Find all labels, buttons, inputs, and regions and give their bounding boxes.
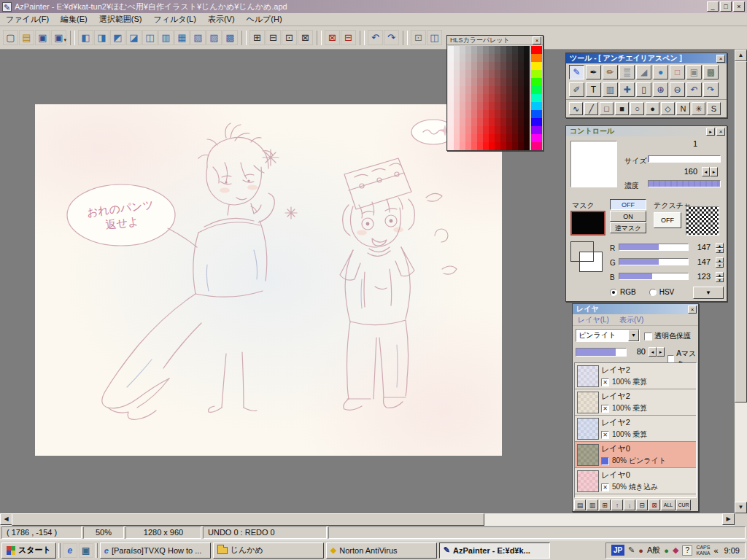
palette-color-swatch[interactable] (448, 78, 454, 86)
task-norton-button[interactable]: ◆Norton AntiVirus (326, 542, 437, 559)
toggle-palette-window-icon[interactable]: ◪ (126, 30, 142, 45)
vertical-scroll-thumb[interactable] (735, 61, 747, 402)
palette-color-swatch[interactable] (489, 54, 495, 62)
palette-color-swatch[interactable] (448, 118, 454, 126)
spline-shape-icon[interactable]: S (707, 102, 721, 115)
layer-row[interactable]: レイヤ2✕100% 乗算 (575, 389, 696, 416)
color-mode-dropdown[interactable]: ▼ (693, 287, 724, 299)
blur-tool-icon[interactable]: ◢ (636, 65, 651, 79)
hue-swatch[interactable] (531, 46, 542, 54)
show-all-layers-button[interactable]: ALL (661, 499, 676, 510)
b-spinner[interactable]: ▲▼ (716, 272, 724, 282)
toggle-layer-window-icon[interactable]: ◩ (110, 30, 125, 45)
menu-help[interactable]: ヘルプ(H) (241, 14, 288, 25)
menu-select[interactable]: 選択範囲(S) (93, 14, 148, 25)
palette-color-swatch[interactable] (471, 54, 477, 62)
palette-color-swatch[interactable] (524, 142, 530, 150)
palette-color-swatch[interactable] (477, 62, 483, 70)
hsv-radio[interactable]: HSV (649, 288, 675, 296)
ime-help-icon[interactable]: ? (682, 545, 692, 556)
palette-color-swatch[interactable] (465, 46, 471, 54)
palette-color-swatch[interactable] (512, 46, 518, 54)
palette-color-swatch[interactable] (454, 118, 460, 126)
palette-color-swatch[interactable] (518, 86, 524, 94)
eraser-tool-icon[interactable]: □ (670, 65, 685, 79)
palette-color-swatch[interactable] (500, 62, 506, 70)
rect-eraser-tool-icon[interactable]: ▣ (686, 65, 702, 79)
palette-color-swatch[interactable] (483, 142, 489, 150)
palette-color-swatch[interactable] (512, 62, 518, 70)
undo-tool-icon[interactable]: ↶ (686, 82, 702, 97)
layer-visible-checkbox[interactable]: ✕ (601, 405, 609, 413)
palette-color-swatch[interactable] (477, 102, 483, 110)
layer-row[interactable]: レイヤ2✕100% 乗算 (575, 416, 696, 442)
palette-color-swatch[interactable] (512, 54, 518, 62)
open-file-icon[interactable]: ▤ (19, 30, 34, 45)
palette-color-swatch[interactable] (495, 134, 500, 142)
pen-input-icon[interactable]: ✎ (628, 545, 635, 555)
palette-title-bar[interactable]: HLSカラーパレット × (447, 36, 543, 45)
palette-color-swatch[interactable] (460, 102, 465, 110)
palette-color-swatch[interactable] (489, 110, 495, 118)
palette-color-swatch[interactable] (454, 94, 460, 102)
menu-edit[interactable]: 編集(E) (55, 14, 93, 25)
palette-color-swatch[interactable] (506, 46, 512, 54)
scroll-left-button[interactable]: ◀ (0, 513, 12, 525)
palette-color-swatch[interactable] (465, 142, 471, 150)
palette-color-swatch[interactable] (524, 62, 530, 70)
close-button[interactable]: × (733, 1, 745, 12)
palette-color-swatch[interactable] (483, 46, 489, 54)
palette-color-swatch[interactable] (518, 46, 524, 54)
palette-color-swatch[interactable] (489, 126, 495, 134)
deselect-icon[interactable]: ⊠ (325, 30, 340, 45)
palette-color-swatch[interactable] (506, 62, 512, 70)
palette-color-swatch[interactable] (471, 134, 477, 142)
palette-color-swatch[interactable] (512, 70, 518, 78)
chevron-down-icon[interactable]: ▼ (628, 330, 639, 341)
layer-row[interactable]: レイヤ0✕50% 焼き込み (575, 468, 696, 494)
palette-color-swatch[interactable] (518, 78, 524, 86)
palette-color-swatch[interactable] (489, 78, 495, 86)
hue-swatch[interactable] (531, 118, 542, 126)
save-as-icon[interactable]: ▣▾ (51, 30, 66, 45)
hue-swatch[interactable] (531, 134, 542, 142)
palette-color-swatch[interactable] (518, 94, 524, 102)
ellipse-shape-icon[interactable]: ○ (630, 102, 644, 115)
title-bar[interactable]: ✎ AzPainter - E:¥d¥kat-tun2¥ほむべ用¥自作イラスト¥… (0, 0, 747, 13)
palette-color-swatch[interactable] (506, 134, 512, 142)
stamp-icon[interactable]: ⊡ (411, 30, 426, 45)
density-slider[interactable] (648, 180, 721, 187)
layer-row[interactable]: レイヤ2✕100% 乗算 (575, 363, 696, 389)
palette-color-swatch[interactable] (524, 110, 530, 118)
palette-color-swatch[interactable] (483, 62, 489, 70)
redo-icon[interactable]: ↷ (384, 30, 399, 45)
menu-file[interactable]: ファイル(F) (0, 14, 55, 25)
mask-reverse-button[interactable]: 逆マスク (610, 222, 646, 233)
palette-color-swatch[interactable] (495, 118, 500, 126)
move-layer-down-button[interactable]: ↓ (624, 499, 635, 510)
palette-color-swatch[interactable] (460, 110, 465, 118)
layer-visible-checkbox[interactable]: ✕ (601, 431, 609, 439)
hue-swatch[interactable] (531, 54, 542, 62)
palette-color-swatch[interactable] (524, 46, 530, 54)
size-spinner[interactable]: ◂▸ (702, 167, 718, 176)
hue-swatch[interactable] (531, 94, 542, 102)
antialias-pen-tool-icon[interactable]: ✎ (569, 65, 584, 79)
palette-color-swatch[interactable] (495, 142, 500, 150)
hue-swatch[interactable] (531, 86, 542, 94)
drawing-canvas[interactable]: おれのパンツ 返せよ (35, 104, 502, 456)
palette-color-swatch[interactable] (506, 110, 512, 118)
texture-brush-tool-icon[interactable]: ▩ (703, 65, 719, 79)
palette-color-swatch[interactable] (471, 142, 477, 150)
combine-layer-button[interactable]: ⊟ (636, 499, 648, 510)
palette-color-swatch[interactable] (512, 118, 518, 126)
texture-preview[interactable] (686, 206, 719, 236)
palette-color-swatch[interactable] (454, 110, 460, 118)
layer-row[interactable]: レイヤ080% ピンライト (575, 442, 696, 468)
palette-color-swatch[interactable] (506, 70, 512, 78)
move-layer-up-button[interactable]: ↑ (611, 499, 623, 510)
mask-off-button[interactable]: OFF (610, 199, 646, 210)
palette-color-swatch[interactable] (518, 54, 524, 62)
protect-alpha-checkbox[interactable]: 透明色保護 (644, 331, 691, 341)
palette-color-swatch[interactable] (460, 54, 465, 62)
